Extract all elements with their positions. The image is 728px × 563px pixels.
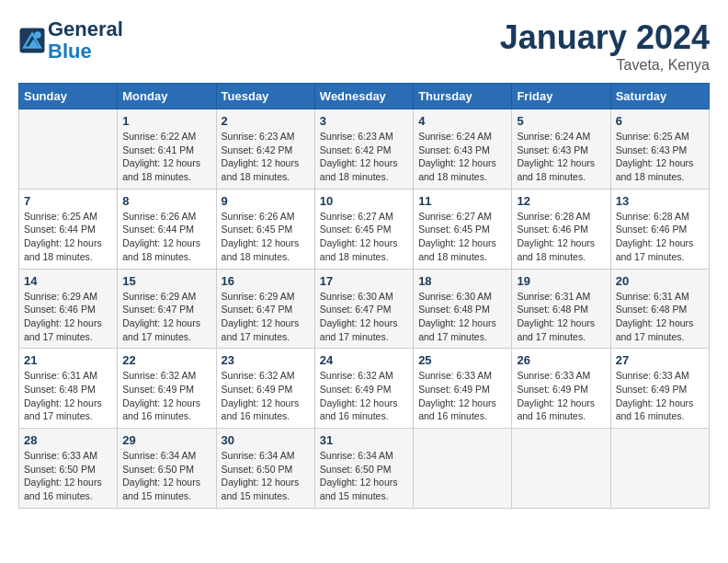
- calendar-cell: 21Sunrise: 6:31 AM Sunset: 6:48 PM Dayli…: [19, 349, 118, 429]
- day-detail: Sunrise: 6:24 AM Sunset: 6:43 PM Dayligh…: [517, 130, 605, 184]
- day-detail: Sunrise: 6:30 AM Sunset: 6:47 PM Dayligh…: [320, 290, 408, 344]
- day-number: 16: [222, 274, 310, 288]
- column-header-saturday: Saturday: [610, 84, 709, 109]
- calendar-cell: 6Sunrise: 6:25 AM Sunset: 6:43 PM Daylig…: [610, 109, 709, 190]
- day-number: 5: [517, 114, 605, 128]
- week-row-4: 21Sunrise: 6:31 AM Sunset: 6:48 PM Dayli…: [19, 349, 710, 429]
- calendar-cell: 9Sunrise: 6:26 AM Sunset: 6:45 PM Daylig…: [216, 189, 314, 269]
- day-number: 18: [418, 274, 506, 288]
- day-number: 30: [222, 433, 310, 447]
- day-detail: Sunrise: 6:28 AM Sunset: 6:46 PM Dayligh…: [517, 210, 605, 264]
- day-number: 19: [517, 274, 605, 288]
- column-header-tuesday: Tuesday: [216, 84, 314, 109]
- calendar-cell: 12Sunrise: 6:28 AM Sunset: 6:46 PM Dayli…: [512, 189, 610, 269]
- day-detail: Sunrise: 6:26 AM Sunset: 6:44 PM Dayligh…: [122, 210, 210, 264]
- calendar-cell: [414, 429, 512, 509]
- day-detail: Sunrise: 6:33 AM Sunset: 6:49 PM Dayligh…: [418, 369, 506, 423]
- calendar-cell: 17Sunrise: 6:30 AM Sunset: 6:47 PM Dayli…: [314, 269, 413, 349]
- day-number: 27: [616, 353, 704, 367]
- day-detail: Sunrise: 6:29 AM Sunset: 6:46 PM Dayligh…: [24, 290, 112, 344]
- day-number: 12: [517, 194, 605, 208]
- day-detail: Sunrise: 6:33 AM Sunset: 6:49 PM Dayligh…: [517, 369, 605, 423]
- week-row-3: 14Sunrise: 6:29 AM Sunset: 6:46 PM Dayli…: [19, 269, 710, 349]
- day-number: 9: [222, 194, 310, 208]
- day-detail: Sunrise: 6:29 AM Sunset: 6:47 PM Dayligh…: [122, 290, 210, 344]
- calendar-cell: 29Sunrise: 6:34 AM Sunset: 6:50 PM Dayli…: [118, 429, 216, 509]
- calendar-body: 1Sunrise: 6:22 AM Sunset: 6:41 PM Daylig…: [19, 109, 710, 509]
- calendar-cell: 11Sunrise: 6:27 AM Sunset: 6:45 PM Dayli…: [414, 189, 512, 269]
- week-row-2: 7Sunrise: 6:25 AM Sunset: 6:44 PM Daylig…: [19, 189, 710, 269]
- day-detail: Sunrise: 6:33 AM Sunset: 6:49 PM Dayligh…: [616, 369, 704, 423]
- day-number: 14: [24, 274, 112, 288]
- day-number: 2: [222, 114, 310, 128]
- calendar-cell: 16Sunrise: 6:29 AM Sunset: 6:47 PM Dayli…: [216, 269, 314, 349]
- day-detail: Sunrise: 6:23 AM Sunset: 6:42 PM Dayligh…: [222, 130, 310, 184]
- calendar-cell: 26Sunrise: 6:33 AM Sunset: 6:49 PM Dayli…: [512, 349, 610, 429]
- day-number: 29: [122, 433, 210, 447]
- calendar-cell: 31Sunrise: 6:34 AM Sunset: 6:50 PM Dayli…: [314, 429, 413, 509]
- day-detail: Sunrise: 6:32 AM Sunset: 6:49 PM Dayligh…: [122, 369, 210, 423]
- calendar-cell: 4Sunrise: 6:24 AM Sunset: 6:43 PM Daylig…: [414, 109, 512, 190]
- calendar-cell: 8Sunrise: 6:26 AM Sunset: 6:44 PM Daylig…: [118, 189, 216, 269]
- calendar-cell: 28Sunrise: 6:33 AM Sunset: 6:50 PM Dayli…: [19, 429, 118, 509]
- day-detail: Sunrise: 6:34 AM Sunset: 6:50 PM Dayligh…: [222, 449, 310, 503]
- calendar-cell: 19Sunrise: 6:31 AM Sunset: 6:48 PM Dayli…: [512, 269, 610, 349]
- calendar-cell: 22Sunrise: 6:32 AM Sunset: 6:49 PM Dayli…: [118, 349, 216, 429]
- day-detail: Sunrise: 6:29 AM Sunset: 6:47 PM Dayligh…: [222, 290, 310, 344]
- day-number: 20: [616, 274, 704, 288]
- day-number: 28: [24, 433, 112, 447]
- day-detail: Sunrise: 6:26 AM Sunset: 6:45 PM Dayligh…: [222, 210, 310, 264]
- day-detail: Sunrise: 6:32 AM Sunset: 6:49 PM Dayligh…: [222, 369, 310, 423]
- logo-text: General Blue: [48, 18, 123, 63]
- day-number: 21: [24, 353, 112, 367]
- day-number: 3: [320, 114, 408, 128]
- calendar-cell: [512, 429, 610, 509]
- calendar-cell: 5Sunrise: 6:24 AM Sunset: 6:43 PM Daylig…: [512, 109, 610, 190]
- day-detail: Sunrise: 6:30 AM Sunset: 6:48 PM Dayligh…: [418, 290, 506, 344]
- calendar-cell: 7Sunrise: 6:25 AM Sunset: 6:44 PM Daylig…: [19, 189, 118, 269]
- day-number: 31: [320, 433, 408, 447]
- calendar-cell: 14Sunrise: 6:29 AM Sunset: 6:46 PM Dayli…: [19, 269, 118, 349]
- calendar-cell: 15Sunrise: 6:29 AM Sunset: 6:47 PM Dayli…: [118, 269, 216, 349]
- day-detail: Sunrise: 6:22 AM Sunset: 6:41 PM Dayligh…: [122, 130, 210, 184]
- day-detail: Sunrise: 6:34 AM Sunset: 6:50 PM Dayligh…: [122, 449, 210, 503]
- day-number: 4: [418, 114, 506, 128]
- calendar-cell: 10Sunrise: 6:27 AM Sunset: 6:45 PM Dayli…: [314, 189, 413, 269]
- day-number: 6: [616, 114, 704, 128]
- day-detail: Sunrise: 6:31 AM Sunset: 6:48 PM Dayligh…: [517, 290, 605, 344]
- day-number: 23: [222, 353, 310, 367]
- month-title: January 2024: [500, 18, 710, 57]
- svg-point-3: [34, 31, 41, 39]
- day-detail: Sunrise: 6:25 AM Sunset: 6:44 PM Dayligh…: [24, 210, 112, 264]
- day-detail: Sunrise: 6:27 AM Sunset: 6:45 PM Dayligh…: [418, 210, 506, 264]
- location-subtitle: Taveta, Kenya: [500, 57, 710, 74]
- calendar-cell: 2Sunrise: 6:23 AM Sunset: 6:42 PM Daylig…: [216, 109, 314, 190]
- day-detail: Sunrise: 6:28 AM Sunset: 6:46 PM Dayligh…: [616, 210, 704, 264]
- calendar-cell: 20Sunrise: 6:31 AM Sunset: 6:48 PM Dayli…: [610, 269, 709, 349]
- column-header-thursday: Thursday: [414, 84, 512, 109]
- day-number: 25: [418, 353, 506, 367]
- day-detail: Sunrise: 6:31 AM Sunset: 6:48 PM Dayligh…: [616, 290, 704, 344]
- column-header-friday: Friday: [512, 84, 610, 109]
- page-header: General Blue January 2024 Taveta, Kenya: [18, 18, 710, 74]
- day-number: 1: [122, 114, 210, 128]
- calendar-cell: 13Sunrise: 6:28 AM Sunset: 6:46 PM Dayli…: [610, 189, 709, 269]
- logo-icon: [18, 27, 46, 54]
- day-detail: Sunrise: 6:34 AM Sunset: 6:50 PM Dayligh…: [320, 449, 408, 503]
- day-detail: Sunrise: 6:24 AM Sunset: 6:43 PM Dayligh…: [418, 130, 506, 184]
- day-number: 10: [320, 194, 408, 208]
- day-detail: Sunrise: 6:25 AM Sunset: 6:43 PM Dayligh…: [616, 130, 704, 184]
- day-detail: Sunrise: 6:32 AM Sunset: 6:49 PM Dayligh…: [320, 369, 408, 423]
- day-detail: Sunrise: 6:27 AM Sunset: 6:45 PM Dayligh…: [320, 210, 408, 264]
- day-detail: Sunrise: 6:23 AM Sunset: 6:42 PM Dayligh…: [320, 130, 408, 184]
- calendar-cell: [610, 429, 709, 509]
- day-number: 11: [418, 194, 506, 208]
- day-number: 13: [616, 194, 704, 208]
- calendar-header-row: SundayMondayTuesdayWednesdayThursdayFrid…: [19, 84, 710, 109]
- day-number: 17: [320, 274, 408, 288]
- calendar-cell: 18Sunrise: 6:30 AM Sunset: 6:48 PM Dayli…: [414, 269, 512, 349]
- calendar-cell: 1Sunrise: 6:22 AM Sunset: 6:41 PM Daylig…: [118, 109, 216, 190]
- day-number: 7: [24, 194, 112, 208]
- calendar-cell: 3Sunrise: 6:23 AM Sunset: 6:42 PM Daylig…: [314, 109, 413, 190]
- column-header-wednesday: Wednesday: [314, 84, 413, 109]
